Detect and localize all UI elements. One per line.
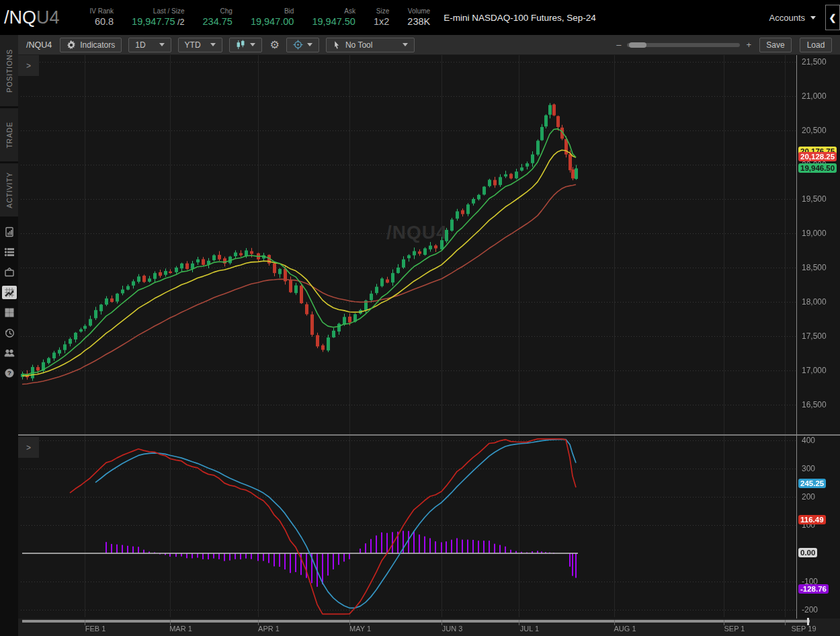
- chevron-down-icon: [250, 43, 255, 46]
- quote-field-value: 1x2: [374, 15, 389, 28]
- dashboard-icon[interactable]: [2, 306, 17, 319]
- history-icon[interactable]: [2, 326, 17, 340]
- zoom-out-button[interactable]: –: [616, 40, 621, 50]
- time-axis-label: MAY 1: [349, 625, 371, 633]
- load-button[interactable]: Load: [800, 38, 832, 52]
- panel-divider[interactable]: [18, 434, 840, 436]
- community-icon[interactable]: [2, 346, 17, 360]
- statement-icon[interactable]: [2, 225, 17, 239]
- scrollbar-tick: [785, 620, 786, 625]
- price-panel-expander[interactable]: >: [18, 55, 39, 76]
- time-axis-label: SEP 1: [724, 625, 745, 633]
- left-rail-icons: ?: [2, 225, 17, 380]
- price-bubble: 0.00: [798, 548, 817, 557]
- quote-field: Bid19,947.00: [251, 7, 294, 28]
- sidebar-tab-trade[interactable]: TRADE: [0, 108, 18, 161]
- price-bubble: -128.76: [798, 584, 829, 594]
- quote-field: IV Rank60.8: [90, 7, 114, 28]
- study-panel-expander[interactable]: >: [18, 437, 39, 458]
- timeframe-value: 1D: [135, 40, 145, 50]
- tv-icon[interactable]: [2, 266, 17, 279]
- accounts-menu[interactable]: Accounts: [769, 13, 816, 23]
- cursor-arrow-icon: [333, 40, 341, 50]
- axis-tick-label: 16,500: [802, 400, 827, 409]
- quote-field-value: 19,947.50: [312, 15, 355, 28]
- axis-tick-label: -200: [802, 605, 818, 614]
- sidebar-tab-positions[interactable]: POSITIONS: [0, 35, 18, 106]
- time-axis-label: MAR 1: [169, 625, 192, 633]
- quote-field-label: Volume: [408, 7, 430, 15]
- toolbar-symbol-label: /NQU4: [26, 40, 52, 50]
- indicators-button[interactable]: Indicators: [60, 38, 122, 52]
- timeframe-dropdown[interactable]: 1D: [128, 38, 171, 52]
- chevron-down-icon: [210, 43, 216, 46]
- collapse-panel-button[interactable]: ❮: [825, 5, 840, 30]
- contract-description: E-mini NASDAQ-100 Futures, Sep-24: [444, 13, 596, 23]
- sidebar-tab-activity[interactable]: ACTIVITY: [0, 163, 18, 216]
- time-axis-label: JUN 3: [442, 625, 463, 633]
- axis-tick-label: 20,500: [802, 126, 827, 135]
- quote-header: /NQU4 IV Rank60.8Last / Size19,947.75 /2…: [0, 0, 840, 35]
- zoom-slider[interactable]: [627, 43, 740, 47]
- axis-tick-label: 19,000: [802, 229, 827, 238]
- quote-field: Size1x2: [374, 7, 389, 28]
- quote-field-value: 60.8: [95, 15, 114, 28]
- axis-tick-label: 19,500: [802, 194, 827, 204]
- zoom-in-button[interactable]: +: [746, 40, 751, 50]
- quote-field-label: Bid: [284, 7, 294, 15]
- zoom-control: – +: [616, 40, 751, 50]
- sidebar-tab-label: ACTIVITY: [5, 172, 13, 208]
- quote-field-value: 19,947.00: [251, 15, 294, 28]
- quote-field-value: 238K: [407, 15, 430, 28]
- drawing-tool-dropdown[interactable]: No Tool: [326, 38, 415, 52]
- quote-field-suffix: /2: [175, 17, 185, 27]
- symbol-title: /NQU4: [4, 7, 60, 28]
- trading-platform-window: /NQU4 IV Rank60.8Last / Size19,947.75 /2…: [0, 0, 840, 636]
- time-axis-label: JUL 1: [520, 625, 539, 633]
- time-scrollbar[interactable]: [22, 620, 810, 623]
- gear-icon[interactable]: ⚙: [270, 38, 280, 51]
- starburst-icon: [67, 40, 76, 50]
- axis-tick-label: 17,000: [802, 366, 827, 375]
- candlestick-chart-icon: [236, 40, 246, 50]
- axis-tick-label: 200: [802, 492, 815, 502]
- quote-field: Last / Size19,947.75 /2: [132, 7, 184, 29]
- symbol-suffix: U4: [36, 7, 60, 28]
- axis-tick-label: 300: [802, 464, 815, 473]
- chart-type-dropdown[interactable]: [229, 38, 262, 52]
- range-dropdown[interactable]: YTD: [178, 38, 222, 52]
- chart-grid-icon[interactable]: [2, 286, 17, 299]
- axis-tick-label: 18,500: [802, 263, 827, 272]
- crosshair-icon: [293, 40, 303, 50]
- quote-field: Chg234.75: [203, 7, 233, 28]
- chevron-down-icon: [403, 43, 408, 46]
- time-axis-label: FEB 1: [85, 625, 106, 633]
- quote-field-label: Size: [376, 7, 389, 15]
- zoom-slider-thumb[interactable]: [629, 42, 646, 48]
- chart-toolbar: /NQU4 Indicators 1D YTD ⚙: [18, 35, 840, 55]
- quote-fields: IV Rank60.8Last / Size19,947.75 /2Chg234…: [72, 7, 431, 29]
- quote-field: Ask19,947.50: [312, 7, 355, 28]
- crosshair-dropdown[interactable]: [286, 38, 319, 52]
- svg-text:?: ?: [7, 369, 11, 376]
- help-icon[interactable]: ?: [2, 366, 17, 380]
- save-button[interactable]: Save: [759, 38, 792, 52]
- range-value: YTD: [185, 40, 201, 50]
- quote-field-label: Last / Size: [153, 7, 185, 15]
- chevron-down-icon: [159, 43, 165, 46]
- price-bubble: 116.49: [798, 515, 826, 524]
- chart-canvas[interactable]: [18, 55, 796, 619]
- left-rail: POSITIONSTRADEACTIVITY ?: [0, 35, 18, 636]
- tool-value: No Tool: [345, 40, 372, 50]
- watchlist-icon[interactable]: [2, 245, 17, 259]
- axis-tick-label: 21,500: [802, 57, 827, 67]
- quote-field: Volume238K: [407, 7, 430, 28]
- price-bubble: 245.25: [798, 479, 826, 488]
- chevron-left-icon: ❮: [829, 13, 837, 23]
- quote-field-label: IV Rank: [90, 7, 114, 15]
- chevron-down-icon: [307, 43, 312, 46]
- left-rail-tabs: POSITIONSTRADEACTIVITY: [0, 35, 18, 218]
- axis-tick-label: 21,000: [802, 91, 827, 101]
- indicators-label: Indicators: [80, 40, 115, 50]
- time-axis-label: APR 1: [258, 625, 280, 633]
